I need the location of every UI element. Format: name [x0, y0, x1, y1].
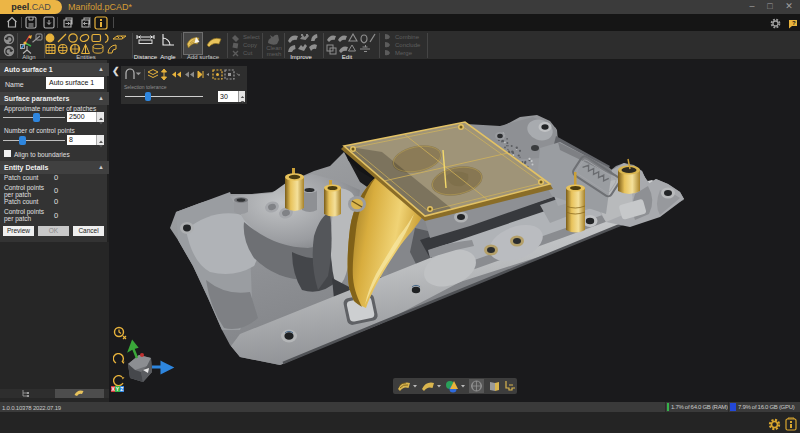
- svg-text:?: ?: [792, 20, 796, 26]
